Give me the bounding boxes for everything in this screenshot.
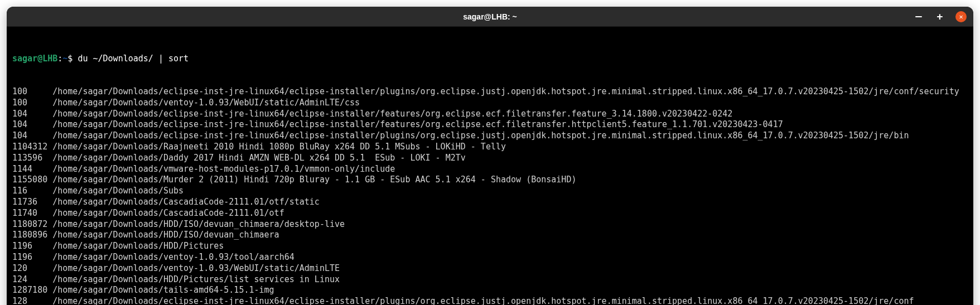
output-line: 113596 /home/sagar/Downloads/Daddy 2017 … <box>12 153 968 164</box>
output-line: 116 /home/sagar/Downloads/Subs <box>12 186 968 197</box>
output-line: 1287180 /home/sagar/Downloads/tails-amd6… <box>12 285 968 296</box>
path-value: /home/sagar/Downloads/ventoy-1.0.93/WebU… <box>52 263 340 274</box>
path-value: /home/sagar/Downloads/HDD/Pictures <box>52 241 224 252</box>
size-value: 100 <box>12 86 52 98</box>
size-value: 1104312 <box>12 142 52 153</box>
path-value: /home/sagar/Downloads/vmware-host-module… <box>52 164 395 175</box>
output-line: 100 /home/sagar/Downloads/eclipse-inst-j… <box>12 86 968 98</box>
output-line: 1196 /home/sagar/Downloads/HDD/Pictures <box>12 241 968 252</box>
size-value: 128 <box>12 296 52 305</box>
size-value: 100 <box>12 98 52 109</box>
size-value: 11740 <box>12 208 52 219</box>
size-value: 1287180 <box>12 285 52 296</box>
output-line: 1180896 /home/sagar/Downloads/HDD/ISO/de… <box>12 230 968 241</box>
output-line: 120 /home/sagar/Downloads/ventoy-1.0.93/… <box>12 263 968 274</box>
path-value: /home/sagar/Downloads/HDD/ISO/devuan_chi… <box>52 219 345 230</box>
size-value: 1155080 <box>12 175 52 186</box>
maximize-icon: + <box>937 12 943 22</box>
size-value: 113596 <box>12 153 52 164</box>
path-value: /home/sagar/Downloads/ventoy-1.0.93/tool… <box>52 252 294 263</box>
output-line: 100 /home/sagar/Downloads/ventoy-1.0.93/… <box>12 98 968 109</box>
command-text: du ~/Downloads/ | sort <box>78 54 189 65</box>
size-value: 116 <box>12 186 52 197</box>
size-value: 1180872 <box>12 219 52 230</box>
size-value: 104 <box>12 119 52 130</box>
output-line: 128 /home/sagar/Downloads/eclipse-inst-j… <box>12 296 968 305</box>
size-value: 1196 <box>12 241 52 252</box>
prompt-colon: : <box>57 54 62 65</box>
path-value: /home/sagar/Downloads/CascadiaCode-2111.… <box>52 208 284 219</box>
size-value: 1144 <box>12 164 52 175</box>
output-line: 104 /home/sagar/Downloads/eclipse-inst-j… <box>12 109 968 120</box>
minimize-icon <box>915 16 922 17</box>
path-value: /home/sagar/Downloads/CascadiaCode-2111.… <box>52 197 320 208</box>
window-title: sagar@LHB: ~ <box>463 12 517 21</box>
output-line: 1144 /home/sagar/Downloads/vmware-host-m… <box>12 164 968 175</box>
path-value: /home/sagar/Downloads/Murder 2 (2011) Hi… <box>52 175 576 186</box>
window-controls: + ✕ <box>913 11 967 22</box>
path-value: /home/sagar/Downloads/eclipse-inst-jre-l… <box>52 119 783 130</box>
output-line: 1104312 /home/sagar/Downloads/Raajneeti … <box>12 142 968 153</box>
size-value: 120 <box>12 263 52 274</box>
output-line: 11736 /home/sagar/Downloads/CascadiaCode… <box>12 197 968 208</box>
path-value: /home/sagar/Downloads/tails-amd64-5.15.1… <box>52 285 274 296</box>
output-line: 104 /home/sagar/Downloads/eclipse-inst-j… <box>12 130 968 142</box>
path-value: /home/sagar/Downloads/eclipse-inst-jre-l… <box>52 109 732 120</box>
size-value: 1180896 <box>12 230 52 241</box>
size-value: 1196 <box>12 252 52 263</box>
path-value: /home/sagar/Downloads/eclipse-inst-jre-l… <box>52 296 914 305</box>
path-value: /home/sagar/Downloads/ventoy-1.0.93/WebU… <box>52 98 360 109</box>
output-line: 104 /home/sagar/Downloads/eclipse-inst-j… <box>12 119 968 130</box>
output-container: 100 /home/sagar/Downloads/eclipse-inst-j… <box>12 86 968 305</box>
terminal-content[interactable]: sagar@LHB:~$ du ~/Downloads/ | sort 100 … <box>7 27 973 305</box>
output-line: 1180872 /home/sagar/Downloads/HDD/ISO/de… <box>12 219 968 230</box>
prompt-line: sagar@LHB:~$ du ~/Downloads/ | sort <box>12 54 968 65</box>
terminal-window: sagar@LHB: ~ + ✕ sagar@LHB:~$ du ~/Downl… <box>7 7 973 305</box>
path-value: /home/sagar/Downloads/eclipse-inst-jre-l… <box>52 86 959 98</box>
size-value: 11736 <box>12 197 52 208</box>
maximize-button[interactable]: + <box>934 11 945 22</box>
size-value: 104 <box>12 109 52 120</box>
path-value: /home/sagar/Downloads/Daddy 2017 Hindi A… <box>52 153 466 164</box>
size-value: 124 <box>12 274 52 285</box>
output-line: 124 /home/sagar/Downloads/HDD/Pictures/l… <box>12 274 968 285</box>
output-line: 11740 /home/sagar/Downloads/CascadiaCode… <box>12 208 968 219</box>
path-value: /home/sagar/Downloads/Raajneeti 2010 Hin… <box>52 142 506 153</box>
output-line: 1196 /home/sagar/Downloads/ventoy-1.0.93… <box>12 252 968 263</box>
prompt-path: ~ <box>62 54 67 65</box>
path-value: /home/sagar/Downloads/eclipse-inst-jre-l… <box>52 130 909 142</box>
close-button[interactable]: ✕ <box>955 11 967 22</box>
close-icon: ✕ <box>959 13 963 20</box>
output-line: 1155080 /home/sagar/Downloads/Murder 2 (… <box>12 175 968 186</box>
size-value: 104 <box>12 130 52 142</box>
path-value: /home/sagar/Downloads/Subs <box>52 186 184 197</box>
path-value: /home/sagar/Downloads/HDD/ISO/devuan_chi… <box>52 230 279 241</box>
path-value: /home/sagar/Downloads/HDD/Pictures/list … <box>52 274 340 285</box>
titlebar[interactable]: sagar@LHB: ~ + ✕ <box>7 7 973 27</box>
prompt-dollar: $ <box>67 54 78 65</box>
minimize-button[interactable] <box>913 11 924 22</box>
prompt-user-host: sagar@LHB <box>12 54 57 65</box>
